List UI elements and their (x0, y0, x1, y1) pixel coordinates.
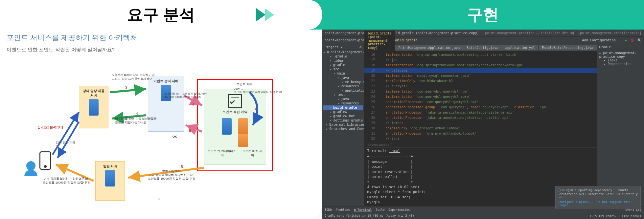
tree-item[interactable]: ▸gradlew (323, 110, 363, 114)
tree-item[interactable]: ▸resources (323, 101, 363, 105)
editor-tabs[interactable]: build.gradle (point-management-practice-… (364, 43, 597, 51)
tree-item[interactable]: ▸test (323, 93, 363, 97)
diag-step-7-text: 2일뒤... 포인트 적립 예약 걸려 있네요. 적립 완료! (234, 87, 282, 94)
tree-item[interactable]: ▸resources (323, 84, 363, 88)
tree-item[interactable]: ▸java (323, 76, 363, 80)
stack-icon (238, 134, 248, 147)
code-line[interactable]: 27 annotationProcessor 'jakarta.persiste… (364, 110, 597, 115)
code-line[interactable]: 19 // database (364, 68, 597, 73)
code-line[interactable]: 18 implementation 'org.springframework.b… (364, 62, 597, 68)
project-panel-label[interactable]: Project ▾ (325, 45, 342, 49)
diag-step-1: 1 강의 봐야지! (38, 125, 63, 130)
intellij-ide: point-management-practice-copy – build.g… (322, 30, 644, 219)
code-line[interactable]: 31 annotationProcessor 'org.projectlombo… (364, 131, 597, 136)
bottom-tab[interactable]: TODO (325, 208, 332, 211)
code-line[interactable]: 17 // jpa (364, 57, 597, 62)
notif-server-label: 알림 서버 (98, 164, 122, 169)
point-server-box: 포인트 적립 예약 포인트 웹 컨테이너 서버 포인트 배치 서버 (204, 89, 266, 164)
code-line[interactable]: 24 implementation 'com.querydsl:querydsl… (364, 94, 597, 99)
gradle-panel[interactable]: Gradle ▸ point-management-practice-copy … (597, 43, 644, 206)
bottom-tab[interactable]: Build (376, 208, 384, 211)
tree-item[interactable]: ▸src (323, 67, 363, 71)
diag-step-3-text: A 유저는 B라는 강의 수강생이야 그리고 강의 10개중에 8개 봤어 (112, 73, 154, 81)
diagram-subtitle: 이벤트로 인한 포인트 적립은 어떻게 일어날까요? (7, 47, 315, 53)
editor-tab[interactable]: build.gradle (point-management-practice-… (364, 31, 395, 51)
code-line[interactable]: 32 // test (364, 136, 597, 141)
terminal-line: | point | (367, 164, 594, 169)
tree-list[interactable]: ▸ ■point-management-practice-copy ~/Idea… (323, 50, 363, 131)
tree-item[interactable]: ▸External Libraries (323, 122, 363, 127)
gradle-item[interactable]: ▸ Dependencies (599, 62, 642, 66)
gradle-tree-root[interactable]: ▸ point-management-practice-copy (599, 51, 642, 58)
page-number: 6 (158, 197, 160, 201)
ide-title-right: point-management-practice – initialize_d… (485, 31, 641, 35)
breadcrumb-file[interactable]: build.gradle (394, 38, 418, 42)
terminal-line: +-------------------+ (367, 154, 594, 159)
checklist-icon (228, 94, 242, 108)
code-line[interactable]: 23 implementation 'com.querydsl:querydsl… (364, 89, 597, 94)
terminal-local-tab[interactable]: Local (389, 149, 400, 153)
diagram-title: 포인트 서비스를 제공하기 위한 아키텍처 (7, 33, 315, 43)
editor-tab[interactable]: application.yml (502, 45, 539, 51)
tree-item[interactable]: ▸me.benny.fcp (323, 80, 363, 84)
notif-text: Plugin supporting dependency 'Jakarta Pe… (558, 188, 638, 199)
tree-item[interactable]: ▸application.yml (323, 88, 363, 93)
tree-item[interactable]: ▸settings.gradle (323, 118, 363, 122)
editor-tab[interactable]: BatchConfig.java (463, 45, 502, 51)
tree-item[interactable]: ▸.gradle (323, 54, 363, 58)
terminal-line: | point_reservation | (367, 169, 594, 174)
tree-item[interactable]: ▸main (323, 71, 363, 76)
run-icon[interactable]: ▶ (625, 38, 627, 42)
search-icon[interactable]: 🔍 (637, 38, 641, 42)
code-line[interactable]: 16 implementation 'org.springframework.b… (364, 52, 597, 57)
editor-code[interactable]: 16 implementation 'org.springframework.b… (364, 51, 597, 142)
notification-popup[interactable]: ⓘ Plugin supporting dependency 'Jakarta … (555, 186, 641, 209)
gear-icon[interactable]: ⚙ (359, 45, 361, 49)
tree-item[interactable]: ▸gradle (323, 63, 363, 67)
tree-item[interactable]: ▸java (323, 97, 363, 101)
add-terminal-icon[interactable]: + (403, 149, 405, 153)
header-right-title: 구현 (322, 4, 644, 25)
code-line[interactable]: 26 annotationProcessor group: 'com.query… (364, 104, 597, 110)
code-line[interactable]: 28 annotationProcessor 'jakarta.annotati… (364, 115, 597, 120)
diag-user-msg: A님 강의를 열심히 수강하셨군요! 포인트를 10000원 적립해 드립니다! (43, 177, 90, 185)
terminal-line: +-------------------+ (367, 179, 594, 184)
tree-item[interactable]: ▸Scratches and Consoles (323, 127, 363, 131)
notif-link-configure[interactable]: Configure plugins... (558, 200, 593, 204)
terminal-line: | point_wallet | (367, 174, 594, 179)
video-server-box: 강의 영상 제공 서버 (79, 86, 108, 128)
project-tree[interactable]: Project ▾ ⚙ ▸ ■point-management-practice… (322, 43, 364, 206)
add-config-button[interactable]: Add Configuration... (582, 38, 622, 42)
diag-step-5: 5 (189, 128, 191, 134)
server-icon (105, 170, 115, 186)
tree-root[interactable]: ▸ ■point-management-practice-copy ~/Idea… (323, 50, 363, 54)
tree-item[interactable]: ▸.idea (323, 58, 363, 63)
bottom-tab[interactable]: ▣ Terminal (354, 208, 372, 211)
debug-icon[interactable]: 🐞 (630, 38, 634, 42)
bottom-tab[interactable]: Dependencies (388, 208, 410, 211)
code-line[interactable]: 21 testRuntimeOnly 'com.h2database:h2' (364, 78, 597, 83)
code-line[interactable]: 22 // querydsl (364, 83, 597, 89)
implementation-panel: point-management-practice-copy – build.g… (322, 0, 644, 219)
event-server-label: 이벤트 관리 서버 (151, 79, 181, 83)
tree-item[interactable]: ▸gradlew.bat (323, 114, 363, 118)
code-line[interactable]: 25 annotationProcessor 'com.querydsl:que… (364, 99, 597, 104)
point-server-label: 포인트 서버 (237, 82, 252, 86)
notif-server-box: 알림 서버 (95, 161, 125, 201)
status-bar: Gradle sync finished in 14 486 ms (today… (322, 213, 644, 219)
code-line[interactable]: 30 compileOnly 'org.projectlombok:lombok… (364, 125, 597, 131)
code-breadcrumb: dependencies() (364, 142, 597, 147)
diag-step-8: 8 (181, 164, 183, 170)
ide-title-left: point-management-practice-copy – build.g… (325, 31, 479, 35)
code-line[interactable]: 29 // lombok (364, 120, 597, 125)
gradle-item[interactable]: ▸ Tasks (599, 58, 642, 62)
editor-tab[interactable]: PointManagementApplication.java (395, 45, 464, 51)
point-web-label: 포인트 웹 컨테이너 서버 (207, 149, 238, 158)
point-batch-label: 포인트 배치 서버 (242, 149, 263, 158)
arrow-icon (256, 8, 265, 21)
editor-tab[interactable]: EnableBatchProcessing.java (539, 45, 597, 51)
server-icon (222, 118, 232, 135)
bottom-tab[interactable]: Problems (336, 208, 350, 211)
tree-item[interactable]: ▸build.gradle (323, 105, 363, 110)
code-line[interactable]: 20 implementation 'mysql:mysql-connector… (364, 73, 597, 78)
